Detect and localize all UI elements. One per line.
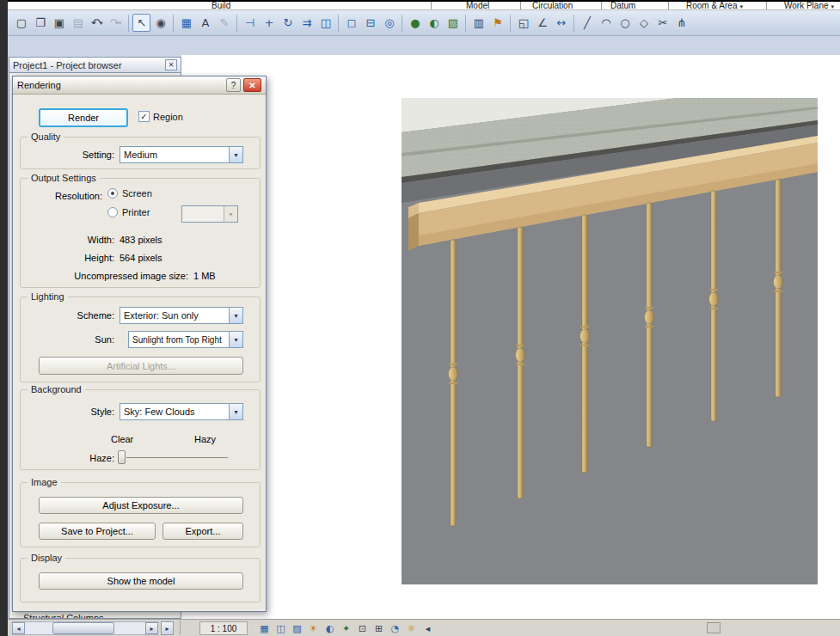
dimension-icon[interactable]: ↔ bbox=[552, 14, 570, 32]
ribbon-divider bbox=[520, 2, 521, 10]
print-icon[interactable]: ▤ bbox=[69, 14, 87, 32]
background-group-label: Background bbox=[28, 384, 85, 394]
align-icon[interactable]: ⊣ bbox=[241, 14, 259, 32]
output-settings-group-label: Output Settings bbox=[28, 173, 100, 183]
ribbon-panel-model[interactable]: Model bbox=[466, 2, 492, 10]
resolution-screen-radio[interactable]: Screen bbox=[107, 188, 152, 199]
crop-view-icon[interactable]: ⊡ bbox=[355, 621, 370, 635]
detail-level-icon[interactable]: ◫ bbox=[273, 621, 288, 635]
scrollbar-thumb[interactable] bbox=[52, 622, 114, 634]
project-browser-partial-item[interactable]: Structural Columns bbox=[23, 613, 104, 619]
offset-icon[interactable]: ⇉ bbox=[297, 14, 316, 32]
modify-cursor-icon[interactable]: ↖ bbox=[132, 14, 150, 32]
toolbar-icon-glyph: ∠ bbox=[537, 16, 548, 29]
temporary-hide-icon[interactable]: ◔ bbox=[388, 621, 402, 635]
text-icon[interactable]: A bbox=[196, 14, 214, 32]
camera-icon[interactable]: ◎ bbox=[380, 14, 398, 32]
statusbar-divider bbox=[180, 621, 181, 635]
haze-slider[interactable] bbox=[118, 449, 231, 465]
show-the-model-button[interactable]: Show the model bbox=[39, 572, 243, 590]
reveal-hidden-icon[interactable]: ☼ bbox=[404, 621, 419, 635]
sun-position-dropdown[interactable]: Sunlight from Top Right ▾ bbox=[128, 331, 243, 348]
default-3d-view-icon[interactable]: ◻ bbox=[342, 14, 360, 32]
pencil-icon[interactable]: ✎ bbox=[215, 14, 233, 32]
polygon-tool-icon[interactable]: ◇ bbox=[635, 14, 653, 32]
show-crop-region-icon[interactable]: ⊞ bbox=[371, 621, 386, 635]
view-scale-control[interactable]: 1 : 100 bbox=[199, 621, 248, 635]
resolution-printer-radio[interactable]: Printer bbox=[107, 207, 150, 217]
pan-left-icon[interactable]: ◂ bbox=[420, 621, 435, 635]
adjust-exposure-button[interactable]: Adjust Exposure... bbox=[39, 497, 243, 514]
pick-region-icon[interactable]: ◉ bbox=[151, 14, 169, 32]
ribbon-panel-build[interactable]: Build bbox=[212, 2, 233, 10]
sheet-icon[interactable]: ▥ bbox=[469, 14, 487, 32]
view-control-bar: ▦◫▨☀◐✦⊡⊞◔☼◂ bbox=[257, 621, 435, 635]
sun-settings-icon[interactable]: ☀ bbox=[306, 621, 321, 635]
background-style-dropdown[interactable]: Sky: Few Clouds ▾ bbox=[120, 403, 243, 420]
horizontal-scrollbar[interactable]: ◂ ▸ bbox=[12, 621, 158, 635]
ribbon-panel-circulation[interactable]: Circulation bbox=[532, 2, 575, 10]
view-control-glyph: ▨ bbox=[292, 623, 301, 634]
circle-tool-icon[interactable]: ○ bbox=[616, 14, 634, 32]
save-icon[interactable]: ▣ bbox=[50, 14, 68, 32]
canvas-scrollbar-thumb[interactable] bbox=[707, 622, 720, 633]
rendered-view[interactable] bbox=[402, 98, 818, 584]
schedule-table-icon[interactable]: ▦ bbox=[177, 14, 195, 32]
ribbon-panel-work-plane[interactable]: Work Plane▾ bbox=[784, 2, 834, 10]
radio-dot bbox=[107, 188, 118, 199]
lighting-scheme-dropdown[interactable]: Exterior: Sun only ▾ bbox=[120, 307, 243, 324]
tile-windows-icon[interactable]: ◱ bbox=[514, 14, 532, 32]
show-rendering-dialog-icon[interactable]: ✦ bbox=[339, 621, 353, 635]
image-group-label: Image bbox=[28, 477, 61, 487]
open-file-icon[interactable]: ❐ bbox=[31, 14, 49, 32]
shadows-icon[interactable]: ◐ bbox=[322, 621, 337, 635]
ribbon-panel-datum[interactable]: Datum bbox=[610, 2, 638, 10]
ribbon-divider bbox=[431, 2, 432, 10]
render-region-icon[interactable]: ◐ bbox=[425, 14, 443, 32]
render-button[interactable]: Render bbox=[39, 108, 128, 127]
close-icon[interactable]: ✕ bbox=[165, 59, 177, 70]
panel-expand-icon[interactable]: ▸ bbox=[161, 621, 174, 635]
scroll-left-icon[interactable]: ◂ bbox=[12, 622, 25, 634]
rotate-icon[interactable]: ↻ bbox=[279, 14, 297, 32]
export-button[interactable]: Export... bbox=[162, 523, 243, 540]
render-gallery-icon[interactable]: ▧ bbox=[444, 14, 462, 32]
ribbon-panel-room-area[interactable]: Room & Area▾ bbox=[686, 2, 743, 10]
slider-track bbox=[126, 457, 228, 458]
render-icon[interactable]: ● bbox=[406, 14, 424, 32]
tag-icon[interactable]: ⚑ bbox=[488, 14, 506, 32]
scale-grid-icon[interactable]: ▦ bbox=[257, 621, 272, 635]
undo-icon[interactable]: ↶▾ bbox=[88, 14, 106, 32]
dropdown-value: Sunlight from Top Right bbox=[132, 335, 222, 345]
mirror-icon[interactable]: ◫ bbox=[316, 14, 334, 32]
close-button[interactable]: ✕ bbox=[243, 78, 261, 92]
ribbon-panel-label: Model bbox=[466, 2, 489, 10]
line-tool-icon[interactable]: ╱ bbox=[578, 14, 596, 32]
help-button[interactable]: ? bbox=[226, 78, 241, 92]
toolbar-separator bbox=[402, 15, 402, 32]
clear-label: Clear bbox=[111, 434, 133, 444]
ribbon-divider bbox=[601, 2, 602, 10]
quality-setting-dropdown[interactable]: Medium ▾ bbox=[120, 146, 243, 163]
visual-style-icon[interactable]: ▨ bbox=[290, 621, 304, 635]
arc-tool-icon[interactable]: ◠ bbox=[597, 14, 615, 32]
region-checkbox[interactable]: ✓ Region bbox=[138, 111, 183, 122]
toolbar-icon-glyph: ▤ bbox=[73, 16, 83, 29]
screen-label: Screen bbox=[122, 188, 152, 199]
redo-icon[interactable]: ↷▾ bbox=[107, 14, 125, 32]
new-file-icon[interactable]: ▢ bbox=[12, 14, 30, 32]
trim-tool-icon[interactable]: ✂ bbox=[653, 14, 671, 32]
dialog-titlebar[interactable]: Rendering ? ✕ bbox=[13, 76, 266, 95]
save-to-project-button[interactable]: Save to Project... bbox=[39, 523, 156, 540]
section-icon[interactable]: ⊟ bbox=[361, 14, 379, 32]
split-tool-icon[interactable]: ⋔ bbox=[672, 14, 690, 32]
toolbar-icon-glyph: ▧ bbox=[448, 16, 458, 29]
view-control-glyph: ⊞ bbox=[375, 623, 383, 634]
scroll-right-icon[interactable]: ▸ bbox=[145, 622, 158, 634]
lighting-group-label: Lighting bbox=[28, 291, 68, 302]
measure-icon[interactable]: ∠ bbox=[533, 14, 551, 32]
printer-label: Printer bbox=[122, 207, 150, 217]
move-icon[interactable]: + bbox=[260, 14, 278, 32]
slider-thumb[interactable] bbox=[118, 450, 126, 464]
project-browser-titlebar[interactable]: Project1 - Project browser ✕ bbox=[9, 57, 181, 73]
